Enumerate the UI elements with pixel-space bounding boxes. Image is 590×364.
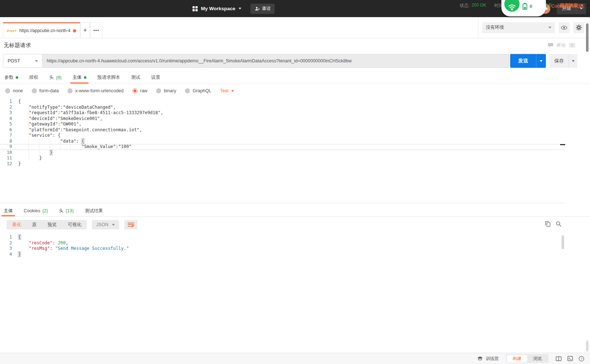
editor-line[interactable]: 6 "platformId":"basepoint.connectionmax.…	[0, 127, 564, 133]
line-number: 2	[0, 105, 12, 111]
environment-quick-look-button[interactable]	[559, 22, 570, 33]
save-dropdown[interactable]	[568, 54, 577, 68]
response-tab-test-results[interactable]: 测试结果	[85, 205, 103, 216]
line-number: 9	[0, 144, 12, 150]
response-tab-cookies[interactable]: Cookies(2)	[24, 205, 48, 216]
editor-line[interactable]: 5 "gatewayId":"GW001",	[0, 121, 564, 127]
editor-line[interactable]: 4 "deviceId":"SmokeDevice001",	[0, 116, 564, 122]
request-body-editor[interactable]: 1{2 "notifyType":"deviceDataChanged",3 "…	[0, 97, 564, 203]
chevron-down-icon	[238, 8, 241, 9]
send-dropdown[interactable]	[536, 54, 546, 68]
url-input[interactable]: https://appcube.cn-north-4.huaweicloud.c…	[42, 54, 509, 68]
indent-guides	[18, 150, 50, 155]
search-response-button[interactable]	[556, 221, 562, 227]
wifi-status-icon[interactable]	[504, 0, 520, 12]
tab-label: 预请求脚本	[97, 74, 120, 81]
editor-line[interactable]: 10 }	[0, 150, 564, 156]
environment-selector[interactable]: 没有环境	[482, 22, 555, 33]
line-content: "deviceId":"SmokeDevice001",	[12, 116, 102, 122]
body-mode-binary[interactable]: binary	[156, 88, 176, 93]
workspace-switcher[interactable]: My Workspace	[193, 6, 241, 11]
response-line[interactable]: 2 "resCode": 200,	[0, 240, 564, 246]
request-tab-headers[interactable]: 头(9)	[49, 71, 62, 84]
send-button[interactable]: 发送	[510, 54, 536, 68]
request-tab-settings[interactable]: 设置	[151, 71, 160, 84]
build-toggle[interactable]: 构建	[507, 355, 527, 363]
request-tab-tests[interactable]: 测试	[131, 71, 140, 84]
request-tabs: 参数授权头(9)主体预请求脚本测试设置	[0, 71, 590, 84]
response-line[interactable]: 1{	[0, 235, 564, 240]
body-mode-label: form-data	[39, 88, 59, 93]
raw-type-selector[interactable]: Text	[220, 88, 234, 93]
radio-binary[interactable]	[156, 88, 161, 93]
save-button[interactable]: 保存	[550, 54, 568, 68]
settings-button[interactable]	[573, 22, 584, 33]
tab-label: 测试结果	[85, 208, 103, 214]
request-tab-pre-request-script[interactable]: 预请求脚本	[97, 71, 120, 84]
method-selector[interactable]: POST	[3, 54, 42, 68]
response-view-preview[interactable]: 预览	[42, 220, 62, 229]
new-tab-button[interactable]: +	[80, 22, 90, 38]
request-tab-body[interactable]: 主体	[73, 71, 86, 84]
editor-line[interactable]: 7 "service": {	[0, 133, 564, 139]
open-request-tab[interactable]: POST https://appcube.cn-north-4.hu...	[3, 22, 80, 38]
editor-line[interactable]: 12}	[0, 161, 564, 167]
response-scrollbar-thumb[interactable]	[562, 235, 564, 249]
request-title[interactable]: 无标题请求	[4, 42, 31, 49]
editor-line[interactable]: 9 "Smoke_Value":"100"	[0, 144, 564, 150]
response-tab-body[interactable]: 主体	[4, 205, 13, 216]
eye-icon	[561, 26, 567, 30]
body-mode-x-www-form-urlencoded[interactable]: x-www-form-urlencoded	[67, 88, 124, 93]
body-mode-label: GraphQL	[193, 88, 211, 93]
wrap-lines-button[interactable]	[124, 220, 137, 229]
comments-label: 评论	[556, 42, 566, 49]
editor-line[interactable]: 8 "data": {	[0, 139, 564, 144]
window-scrollbar-thumb[interactable]	[586, 23, 589, 52]
response-view-visualize[interactable]: 可视化	[62, 220, 87, 229]
response-view-pretty[interactable]: 美化	[7, 220, 27, 229]
response-line[interactable]: 3 "resMsg": "Send Message Successfully."	[0, 246, 564, 252]
response-view-raw[interactable]: 原	[27, 220, 42, 229]
comments-button[interactable]: 评论 0	[548, 42, 575, 49]
two-pane-view-button[interactable]	[556, 356, 562, 361]
response-status: 状态: 200 OK	[460, 3, 486, 9]
tab-label: 主体	[4, 208, 13, 214]
url-bar: POST https://appcube.cn-north-4.huaweicl…	[3, 54, 509, 68]
request-tab-auth[interactable]: 授权	[29, 71, 38, 84]
bootcamp-button[interactable]: 训练营	[477, 356, 499, 362]
copy-icon	[545, 221, 551, 227]
radio-form-data[interactable]	[32, 88, 37, 93]
radio-graphql[interactable]	[185, 88, 190, 93]
tab-options-button[interactable]: •••	[90, 22, 102, 38]
invite-button[interactable]: 邀请	[251, 4, 275, 14]
line-number: 6	[0, 127, 12, 133]
console-button[interactable]	[567, 356, 573, 361]
body-mode-form-data[interactable]: form-data	[32, 88, 59, 93]
response-format-selector[interactable]: JSON	[92, 220, 119, 229]
editor-line[interactable]: 11 }	[0, 155, 564, 161]
body-mode-none[interactable]: none	[5, 88, 23, 93]
body-mode-raw[interactable]: raw	[132, 88, 147, 93]
response-tab-headers[interactable]: 头(13)	[59, 205, 74, 216]
save-response-button[interactable]: 保存响应	[560, 3, 583, 9]
response-line[interactable]: 4}	[0, 252, 564, 257]
body-mode-graphql[interactable]: GraphQL	[185, 88, 211, 93]
help-button[interactable]: ?	[579, 356, 584, 361]
radio-none[interactable]	[5, 88, 10, 93]
editor-line[interactable]: 3 "requestId":"a57f3a1a-fbe8-4511-acc5-1…	[0, 110, 564, 116]
status-label: 状态:	[460, 3, 470, 9]
request-tab-params[interactable]: 参数	[4, 71, 18, 84]
radio-raw[interactable]	[132, 88, 137, 93]
line-content: "resCode": 200,	[12, 240, 68, 246]
lower-scrollbar-thumb[interactable]	[586, 341, 589, 352]
browse-toggle[interactable]: 浏览	[527, 355, 548, 363]
line-number: 4	[0, 252, 12, 257]
radio-x-www-form-urlencoded[interactable]	[67, 88, 73, 93]
response-body-viewer[interactable]: 1{2 "resCode": 200,3 "resMsg": "Send Mes…	[0, 233, 564, 343]
editor-line[interactable]: 1{	[0, 99, 564, 105]
copy-response-button[interactable]	[545, 221, 551, 227]
matched-bracket: }	[50, 150, 53, 155]
token: "resCode"	[29, 240, 53, 245]
editor-line[interactable]: 2 "notifyType":"deviceDataChanged",	[0, 105, 564, 111]
token: "resMsg"	[29, 246, 50, 251]
